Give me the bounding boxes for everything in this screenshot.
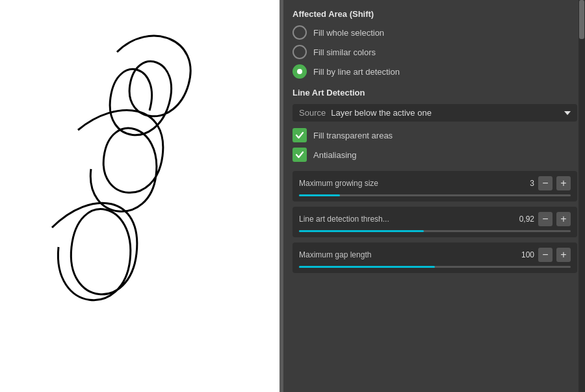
- line-art-title: Line Art Detection: [292, 88, 577, 98]
- checkbox-group: Fill transparent areas Antialiasing: [292, 128, 577, 162]
- slider-fill-max-growing: [299, 194, 340, 196]
- radio-circle-fill-whole: [292, 25, 307, 40]
- slider-decrement-gap-length[interactable]: −: [538, 248, 552, 262]
- source-row: Source Layer below the active one: [292, 104, 577, 122]
- checkbox-antialiasing[interactable]: Antialiasing: [292, 148, 577, 162]
- checkbox-box-fill-transparent: [292, 128, 307, 142]
- slider-name-max-growing: Maximum growing size: [299, 179, 378, 188]
- scrollbar-thumb[interactable]: [579, 0, 584, 39]
- slider-track-threshold[interactable]: [299, 230, 571, 232]
- checkmark-icon-2: [295, 150, 304, 159]
- slider-increment-max-growing[interactable]: +: [556, 176, 571, 190]
- slider-row-threshold: Line art detection thresh... 0,92 − +: [292, 207, 577, 237]
- slider-row-max-growing: Maximum growing size 3 − +: [292, 171, 577, 202]
- source-dropdown-value: Layer below the active one: [331, 108, 432, 118]
- slider-increment-gap-length[interactable]: +: [556, 248, 571, 262]
- settings-panel: Affected Area (Shift) Fill whole selecti…: [283, 0, 585, 392]
- checkbox-label-antialiasing: Antialiasing: [313, 150, 357, 160]
- checkbox-fill-transparent[interactable]: Fill transparent areas: [292, 128, 577, 142]
- canvas-area: [0, 0, 280, 392]
- radio-circle-fill-similar: [292, 45, 307, 59]
- radio-label-fill-similar: Fill similar colors: [313, 47, 376, 57]
- radio-fill-whole[interactable]: Fill whole selection: [292, 25, 577, 40]
- slider-row-gap-length: Maximum gap length 100 − +: [292, 242, 577, 273]
- slider-value-gap-length: 100: [515, 250, 534, 259]
- slider-name-threshold: Line art detection thresh...: [299, 215, 389, 224]
- checkmark-icon: [295, 131, 304, 140]
- source-label: Source: [299, 108, 326, 118]
- slider-controls-threshold: 0,92 − +: [515, 212, 571, 226]
- slider-fill-gap-length: [299, 266, 435, 268]
- slider-track-max-growing[interactable]: [299, 194, 571, 196]
- slider-controls-gap-length: 100 − +: [515, 248, 571, 262]
- slider-value-threshold: 0,92: [515, 215, 534, 224]
- slider-value-max-growing: 3: [515, 179, 534, 188]
- radio-fill-line-art[interactable]: Fill by line art detection: [292, 64, 577, 79]
- affected-area-title: Affected Area (Shift): [292, 9, 577, 19]
- slider-controls-max-growing: 3 − +: [515, 176, 571, 190]
- source-dropdown[interactable]: Layer below the active one: [331, 108, 571, 118]
- slider-fill-threshold: [299, 230, 424, 232]
- slider-name-gap-length: Maximum gap length: [299, 250, 371, 259]
- scrollbar-track[interactable]: [578, 0, 585, 392]
- radio-fill-similar[interactable]: Fill similar colors: [292, 45, 577, 59]
- radio-label-fill-whole: Fill whole selection: [313, 28, 384, 38]
- slider-decrement-threshold[interactable]: −: [538, 212, 552, 226]
- slider-increment-threshold[interactable]: +: [556, 212, 571, 226]
- dropdown-arrow-icon: [564, 111, 571, 115]
- checkbox-label-fill-transparent: Fill transparent areas: [313, 131, 393, 140]
- affected-area-options: Fill whole selection Fill similar colors…: [292, 25, 577, 79]
- checkbox-box-antialiasing: [292, 148, 307, 162]
- radio-circle-fill-line-art: [292, 64, 307, 79]
- slider-track-gap-length[interactable]: [299, 266, 571, 268]
- slider-decrement-max-growing[interactable]: −: [538, 176, 552, 190]
- radio-label-fill-line-art: Fill by line art detection: [313, 67, 400, 77]
